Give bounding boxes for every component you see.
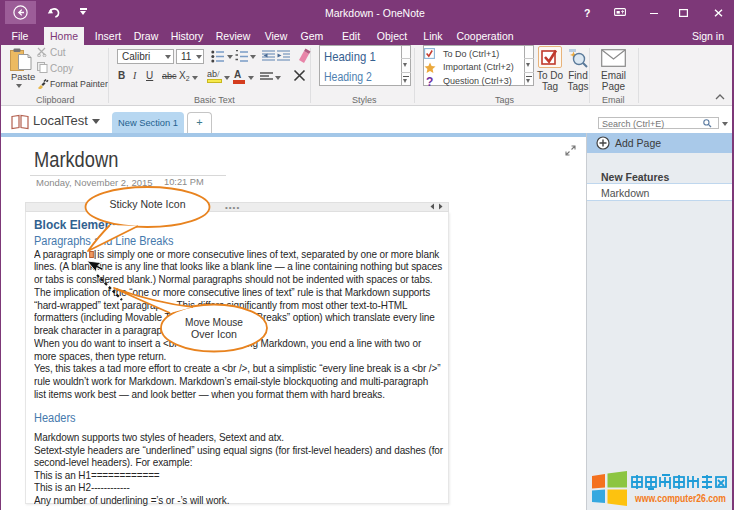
svg-text:Over Icon: Over Icon [191, 328, 237, 340]
svg-text:Move Mouse: Move Mouse [185, 316, 243, 328]
svg-text:Sticky Note Icon: Sticky Note Icon [110, 198, 186, 210]
